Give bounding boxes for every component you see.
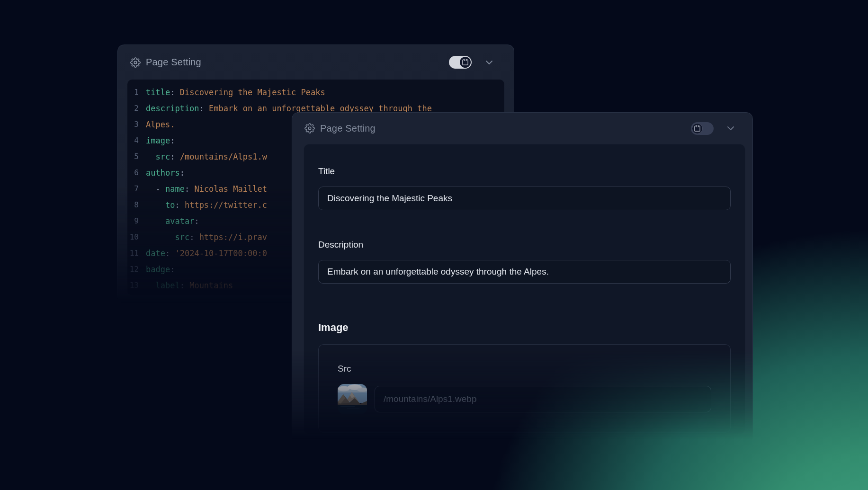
image-section-heading: Image bbox=[318, 321, 731, 334]
page-setting-form: Title Description Image Src bbox=[304, 144, 745, 434]
src-row bbox=[338, 384, 711, 414]
chevron-down-icon bbox=[483, 57, 495, 68]
mountain-photo bbox=[338, 384, 367, 414]
page-setting-panel-form: Page Setting Title Description Image Src bbox=[292, 112, 753, 443]
code-box-icon bbox=[462, 59, 469, 66]
gear-icon bbox=[130, 57, 141, 68]
code-line: 1title: Discovering the Majestic Peaks bbox=[127, 84, 504, 100]
image-thumbnail[interactable] bbox=[338, 384, 367, 414]
panel-title: Page Setting bbox=[146, 57, 201, 68]
panel-header: Page Setting bbox=[292, 113, 752, 144]
gear-icon bbox=[304, 123, 315, 134]
editor-mode-toggle[interactable] bbox=[691, 122, 714, 135]
collapse-button[interactable] bbox=[725, 123, 736, 134]
toggle-knob bbox=[460, 57, 471, 68]
image-fieldset: Src bbox=[318, 344, 731, 433]
src-field-label: Src bbox=[338, 364, 711, 374]
title-input[interactable] bbox=[318, 187, 731, 210]
title-field-label: Title bbox=[318, 166, 731, 177]
description-field-label: Description bbox=[318, 240, 731, 250]
code-box-icon bbox=[694, 125, 701, 132]
panel-header: Page Setting bbox=[118, 45, 514, 80]
panel-title: Page Setting bbox=[320, 123, 376, 134]
toggle-knob bbox=[692, 123, 703, 134]
editor-mode-toggle[interactable] bbox=[449, 56, 472, 69]
desktop-background: Page Setting 1title: Discovering the Maj… bbox=[0, 0, 868, 490]
chevron-down-icon bbox=[725, 123, 736, 134]
collapse-button[interactable] bbox=[483, 57, 495, 68]
description-input[interactable] bbox=[318, 260, 731, 284]
image-src-input[interactable] bbox=[375, 386, 711, 412]
